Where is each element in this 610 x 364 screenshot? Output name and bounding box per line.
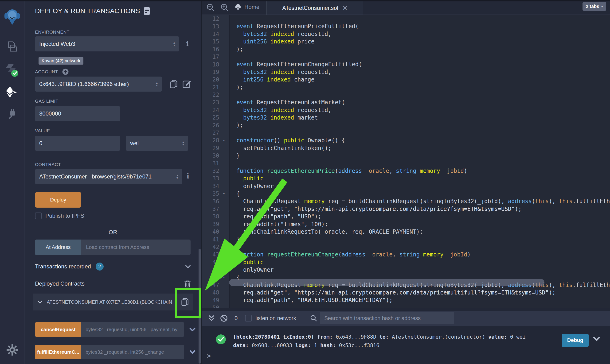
code-line[interactable] bbox=[230, 53, 610, 61]
code-line[interactable]: onlyOwner bbox=[230, 182, 610, 190]
code-line[interactable]: uint256 indexed price bbox=[230, 38, 610, 45]
publish-ipfs-checkbox[interactable] bbox=[35, 212, 42, 219]
at-address-button[interactable]: At Address bbox=[35, 240, 81, 255]
gutter-line[interactable]: 37 bbox=[202, 205, 229, 213]
fold-icon[interactable]: ▾ bbox=[219, 138, 229, 143]
code-line[interactable]: } bbox=[230, 235, 610, 243]
code-line[interactable]: sendChainlinkRequestTo(_oracle, req, ORA… bbox=[230, 228, 610, 235]
code-line[interactable] bbox=[230, 243, 610, 251]
code-line[interactable]: public bbox=[230, 175, 610, 182]
code-line[interactable]: int256 indexed change bbox=[230, 76, 610, 83]
copy-contract-icon[interactable] bbox=[181, 297, 189, 307]
trash-icon[interactable] bbox=[184, 280, 191, 287]
tab-active-file[interactable]: ATestnetConsumer.sol ✕ bbox=[266, 1, 363, 14]
code-line[interactable]: bytes32 indexed requestId, bbox=[230, 106, 610, 114]
code-line[interactable]: bytes32 indexed requestId, bbox=[230, 68, 610, 76]
code-line[interactable]: req.add("path", "RAW.ETH.USD.CHANGEPCTDA… bbox=[230, 296, 610, 304]
code-line[interactable]: function requestEthereumPrice(address _o… bbox=[230, 167, 610, 175]
gutter-line[interactable]: 44 bbox=[202, 259, 229, 266]
expand-log-icon[interactable] bbox=[593, 337, 600, 341]
code-editor[interactable]: 1213141516171819202122232425262728▾29303… bbox=[202, 15, 610, 308]
gutter-line[interactable]: 25 bbox=[202, 114, 229, 121]
listen-network-checkbox[interactable] bbox=[245, 315, 252, 322]
debug-button[interactable]: Debug bbox=[562, 334, 589, 347]
gutter-line[interactable]: 14 bbox=[202, 30, 229, 38]
gutter-line[interactable]: 23 bbox=[202, 99, 229, 106]
gutter-line[interactable]: 20 bbox=[202, 76, 229, 83]
value-input[interactable]: 0 bbox=[35, 136, 120, 151]
code-line[interactable]: ); bbox=[230, 46, 610, 53]
plugin-manager-icon[interactable] bbox=[0, 108, 24, 120]
contract-info-icon[interactable]: i bbox=[186, 172, 189, 180]
gutter-line[interactable]: 28▾ bbox=[202, 137, 229, 144]
code-line[interactable] bbox=[230, 91, 610, 99]
code-line[interactable]: bytes32 indexed requestId, bbox=[230, 30, 610, 38]
edit-account-icon[interactable] bbox=[182, 79, 191, 88]
chevron-down-icon[interactable] bbox=[37, 300, 42, 304]
deployed-contract-item[interactable]: ATESTNETCONSUMER AT 0X7E7...E80D1 (BLOCK… bbox=[33, 294, 193, 311]
tab-home[interactable]: Home bbox=[235, 0, 259, 14]
gutter-line[interactable]: 32 bbox=[202, 167, 229, 175]
chevron-down-icon[interactable] bbox=[189, 328, 196, 331]
gutter-line[interactable]: 13 bbox=[202, 23, 229, 30]
gutter-line[interactable]: 46▾ bbox=[202, 273, 229, 281]
copy-account-icon[interactable] bbox=[170, 79, 178, 89]
gutter-line[interactable]: 17 bbox=[202, 53, 229, 61]
code-line[interactable]: req.addInt("times", 100); bbox=[230, 221, 610, 228]
zoom-in-icon[interactable] bbox=[220, 3, 229, 12]
gutter-line[interactable]: 12 bbox=[202, 15, 229, 23]
code-line[interactable] bbox=[230, 129, 610, 137]
gutter-line[interactable]: 42 bbox=[202, 243, 229, 251]
code-line[interactable]: public bbox=[230, 259, 610, 266]
gutter-line[interactable]: 36 bbox=[202, 197, 229, 205]
code-line[interactable]: Chainlink.Request memory req = buildChai… bbox=[230, 197, 610, 205]
add-account-icon[interactable] bbox=[62, 69, 69, 75]
code-line[interactable]: setPublicChainlinkToken(); bbox=[230, 144, 610, 152]
code-line[interactable]: req.add("get", "https://min-api.cryptoco… bbox=[230, 289, 610, 296]
gutter-line[interactable]: 31 bbox=[202, 159, 229, 167]
chevron-down-icon[interactable] bbox=[185, 265, 191, 268]
fulfill-ethereum-button[interactable]: fulfillEthereumC... bbox=[35, 345, 81, 359]
gutter-line[interactable]: 21 bbox=[202, 84, 229, 91]
gutter-line[interactable]: 38 bbox=[202, 213, 229, 220]
gutter-line[interactable]: 40 bbox=[202, 228, 229, 235]
code-line[interactable] bbox=[230, 304, 610, 308]
gas-limit-input[interactable]: 3000000 bbox=[35, 106, 120, 121]
zoom-out-icon[interactable] bbox=[206, 3, 215, 12]
code-line[interactable]: event RequestEthereumPriceFulfilled( bbox=[230, 23, 610, 30]
code-line[interactable]: req.add("path", "USD"); bbox=[230, 213, 610, 220]
transaction-log[interactable]: [block:20780401 txIndex:0] from: 0x643..… bbox=[233, 333, 526, 350]
contract-select[interactable]: ATestnetConsumer - browser/gists/9b71e07… bbox=[35, 169, 182, 184]
clear-console-icon[interactable] bbox=[220, 314, 228, 322]
chevron-down-icon[interactable] bbox=[189, 350, 196, 354]
value-unit-select[interactable]: wei ▴▾ bbox=[126, 136, 188, 151]
gutter-line[interactable]: 24 bbox=[202, 106, 229, 114]
gutter-line[interactable]: 16 bbox=[202, 46, 229, 53]
code-line[interactable] bbox=[230, 15, 610, 23]
expand-terminal-icon[interactable] bbox=[208, 314, 215, 322]
gutter-line[interactable]: 29 bbox=[202, 144, 229, 152]
gutter-line[interactable]: 35▾ bbox=[202, 190, 229, 197]
code-line[interactable]: ); bbox=[230, 84, 610, 91]
gutter-line[interactable]: 41 bbox=[202, 235, 229, 243]
code-line[interactable]: } bbox=[230, 152, 610, 159]
gutter-line[interactable]: 33 bbox=[202, 175, 229, 182]
settings-gear-icon[interactable] bbox=[0, 344, 24, 356]
gutter-line[interactable]: 19 bbox=[202, 68, 229, 76]
gutter-line[interactable]: 34 bbox=[202, 182, 229, 190]
close-tab-icon[interactable]: ✕ bbox=[342, 4, 347, 12]
code-line[interactable]: onlyOwner bbox=[230, 266, 610, 273]
code-line[interactable]: function requestEthereumChange(address _… bbox=[230, 251, 610, 258]
gutter-line[interactable]: 39 bbox=[202, 221, 229, 228]
code-line[interactable]: ); bbox=[230, 121, 610, 129]
solidity-compiler-icon[interactable] bbox=[0, 63, 24, 78]
gutter-line[interactable]: 30 bbox=[202, 152, 229, 159]
gutter-line[interactable]: 15 bbox=[202, 38, 229, 45]
account-select[interactable]: 0x643...9F88D (1.666673996 ether) ▴▾ bbox=[35, 77, 162, 91]
environment-select[interactable]: Injected Web3 ▴▾ bbox=[35, 36, 179, 52]
gutter-line[interactable]: 50 bbox=[202, 304, 229, 308]
remix-logo-icon[interactable] bbox=[0, 8, 24, 25]
fold-icon[interactable]: ▾ bbox=[219, 275, 229, 279]
transactions-recorded-row[interactable]: Transactions recorded 2 bbox=[35, 262, 191, 271]
gutter-line[interactable]: 45 bbox=[202, 266, 229, 273]
